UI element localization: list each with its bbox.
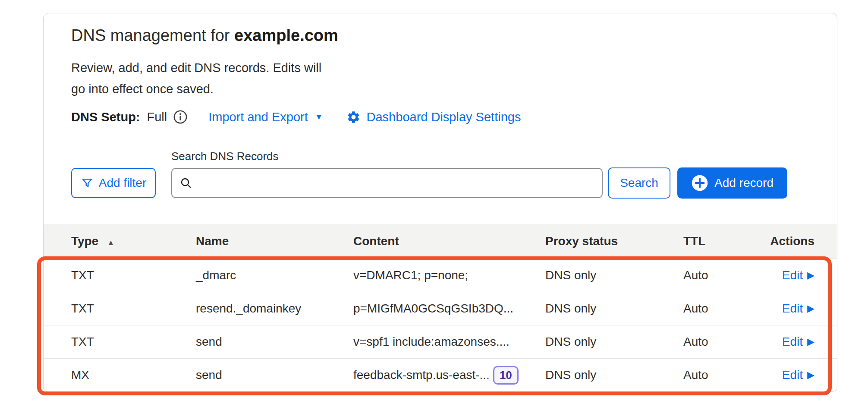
cell-proxy-status: DNS only	[545, 268, 683, 282]
cell-content: v=DMARC1; p=none;	[353, 268, 545, 282]
cell-content: v=spf1 include:amazonses....	[353, 335, 545, 349]
cell-name: resend._domainkey	[196, 302, 353, 316]
cell-ttl: Auto	[683, 335, 764, 349]
column-header-content: Content	[353, 234, 545, 248]
edit-record-link[interactable]: Edit▶	[782, 302, 815, 316]
edit-record-link[interactable]: Edit▶	[782, 335, 815, 349]
cell-content: feedback-smtp.us-east-... 10	[353, 366, 545, 385]
dns-setup-label: DNS Setup:	[71, 110, 140, 124]
page-description: Review, add, and edit DNS records. Edits…	[44, 57, 365, 100]
import-export-label: Import and Export	[208, 110, 308, 124]
search-input[interactable]	[198, 176, 595, 190]
chevron-down-icon: ▼	[315, 112, 323, 122]
cell-name: _dmarc	[196, 268, 353, 282]
dns-management-card: DNS management for example.com Review, a…	[43, 13, 837, 392]
cell-ttl: Auto	[683, 368, 764, 382]
plus-circle-icon	[691, 174, 708, 192]
edit-record-link[interactable]: Edit▶	[782, 268, 815, 282]
chevron-right-icon: ▶	[807, 304, 815, 313]
page-title-prefix: DNS management for	[71, 26, 234, 44]
column-header-proxy-status: Proxy status	[545, 234, 683, 248]
cell-type: TXT	[71, 335, 196, 349]
column-header-type[interactable]: Type ▲	[71, 234, 196, 248]
dns-records-table: Type ▲ Name Content Proxy status TTL Act…	[44, 224, 837, 391]
table-row: TXT send v=spf1 include:amazonses.... DN…	[44, 325, 837, 358]
table-row: MX send feedback-smtp.us-east-... 10 DNS…	[44, 358, 837, 391]
chevron-right-icon: ▶	[807, 370, 815, 380]
dns-setup-row: DNS Setup: Full Import and Export ▼ Dash…	[44, 108, 837, 126]
edit-record-link[interactable]: Edit▶	[782, 368, 815, 382]
priority-badge: 10	[493, 366, 519, 385]
cell-proxy-status: DNS only	[545, 335, 683, 349]
cell-type: TXT	[71, 302, 196, 316]
dashboard-display-settings-link[interactable]: Dashboard Display Settings	[367, 110, 521, 124]
add-filter-label: Add filter	[99, 176, 147, 190]
add-record-button[interactable]: Add record	[677, 167, 787, 199]
chevron-right-icon: ▶	[807, 271, 815, 280]
column-header-ttl: TTL	[683, 234, 764, 248]
gear-icon	[346, 110, 361, 124]
page-title-domain: example.com	[234, 26, 338, 44]
search-button-label: Search	[620, 176, 658, 190]
info-icon[interactable]	[173, 110, 188, 124]
cell-ttl: Auto	[683, 268, 764, 282]
cell-name: send	[196, 335, 353, 349]
cell-proxy-status: DNS only	[545, 368, 683, 382]
table-body: TXT _dmarc v=DMARC1; p=none; DNS only Au…	[44, 259, 837, 391]
dashboard-display-settings-label: Dashboard Display Settings	[367, 110, 521, 124]
import-export-link[interactable]: Import and Export ▼	[208, 110, 323, 124]
table-header-row: Type ▲ Name Content Proxy status TTL Act…	[44, 224, 837, 259]
cell-type: MX	[71, 368, 196, 382]
toolbar: Add filter Search Add record	[44, 167, 837, 199]
chevron-right-icon: ▶	[807, 337, 815, 347]
cell-type: TXT	[71, 268, 196, 282]
add-filter-button[interactable]: Add filter	[71, 168, 156, 198]
table-row: TXT resend._domainkey p=MIGfMA0GCSqGSIb3…	[44, 292, 837, 325]
dns-setup-value: Full	[147, 110, 167, 124]
sort-ascending-icon: ▲	[107, 238, 115, 247]
column-header-name: Name	[196, 234, 353, 248]
cell-content: p=MIGfMA0GCSqGSIb3DQ...	[353, 302, 545, 316]
cell-name: send	[196, 368, 353, 382]
add-record-label: Add record	[714, 176, 774, 190]
search-dns-records-label: Search DNS Records	[171, 150, 837, 163]
cell-ttl: Auto	[683, 302, 764, 316]
search-button[interactable]: Search	[608, 167, 670, 199]
table-row: TXT _dmarc v=DMARC1; p=none; DNS only Au…	[44, 259, 837, 292]
search-input-container	[171, 168, 603, 198]
column-header-actions: Actions	[764, 234, 815, 248]
cell-proxy-status: DNS only	[545, 302, 683, 316]
page-title: DNS management for example.com	[44, 25, 837, 46]
search-icon	[179, 176, 193, 190]
filter-funnel-icon	[81, 177, 94, 189]
